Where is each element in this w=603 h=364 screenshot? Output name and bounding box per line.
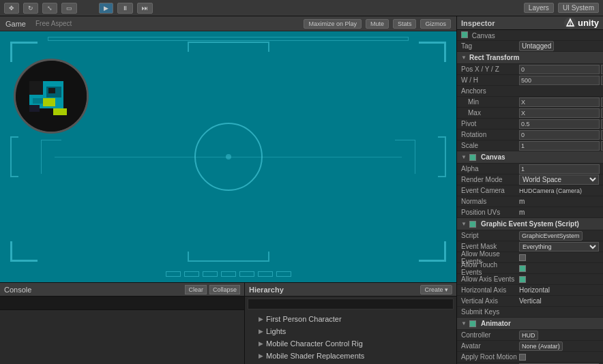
hierarchy-list: ▶ First Person Character ▶ Lights ▶ Mobi… xyxy=(245,312,456,364)
game-panel: Game Free Aspect Maximize on Play Mute S… xyxy=(0,16,456,364)
scale-inputs xyxy=(519,141,603,151)
collapse-btn[interactable]: Collapse xyxy=(209,285,240,294)
play-button[interactable]: ▶ xyxy=(99,3,113,14)
hud-rect-4 xyxy=(221,271,236,277)
anchor-min-row: Min xyxy=(457,97,603,108)
avatar-label: Avatar xyxy=(461,342,519,350)
stats-btn[interactable]: Stats xyxy=(393,19,417,29)
hud-corner-br xyxy=(419,241,446,262)
anchor-min-x[interactable] xyxy=(519,97,600,107)
hud-center-dot xyxy=(226,154,231,160)
position-uvs-row: Position UVs m xyxy=(457,207,603,218)
game-toolbar: Game Free Aspect Maximize on Play Mute S… xyxy=(0,16,456,31)
render-mode-row: Render Mode World Space xyxy=(457,175,603,185)
scale-tool-button[interactable]: ⤡ xyxy=(42,3,57,14)
script-label: Script xyxy=(461,232,519,239)
gizmos-btn[interactable]: Gizmos xyxy=(420,19,451,29)
console-search[interactable] xyxy=(0,297,244,309)
inspector-panel: Inspector unity 5 Canvas xyxy=(456,16,603,364)
render-mode-select[interactable]: World Space xyxy=(519,175,599,185)
hierarchy-create-btn[interactable]: Create ▾ xyxy=(420,285,452,294)
avatar-value[interactable]: None (Avatar) xyxy=(519,342,563,351)
list-item[interactable]: ▶ Lights xyxy=(245,325,456,337)
scale-x[interactable] xyxy=(519,141,600,151)
vertical-axis-row: Vertical Axis Vertical xyxy=(457,296,603,307)
maximize-on-play-btn[interactable]: Maximize on Play xyxy=(304,19,362,29)
anchor-max-x[interactable] xyxy=(519,108,600,118)
animator-checkbox[interactable] xyxy=(469,320,476,327)
allow-touch-row: Allow Touch Events xyxy=(457,263,603,274)
hierarchy-search[interactable] xyxy=(248,299,454,309)
rotation-row: Rotation xyxy=(457,130,603,140)
event-mask-select[interactable]: Everything xyxy=(519,242,599,252)
animator-arrow: ▼ xyxy=(461,320,467,327)
rect-transform-section[interactable]: ▼ Rect Transform xyxy=(457,52,603,64)
svg-rect-1 xyxy=(29,81,63,108)
hud-overlay xyxy=(0,31,456,282)
game-toolbar-right: Maximize on Play Mute Stats Gizmos xyxy=(304,19,451,29)
anchor-max-label: Max xyxy=(461,109,519,117)
script-row: Script GraphicEventSystem xyxy=(457,230,603,241)
hierarchy-item-label: First Person Character xyxy=(266,315,342,323)
event-camera-label: Event Camera xyxy=(461,187,519,194)
pause-button[interactable]: ⏸ xyxy=(117,3,133,14)
allow-touch-checkbox[interactable] xyxy=(519,265,526,272)
hud-rect-6 xyxy=(258,271,273,277)
tag-label: Tag xyxy=(461,42,519,50)
console-label: Console xyxy=(4,286,31,294)
pivot-inputs xyxy=(519,119,603,129)
graphic-event-section[interactable]: ▼ Graphic Event System (Script) xyxy=(457,218,603,230)
pos-label: Pos X / Y / Z xyxy=(461,65,519,73)
pivot-label: Pivot xyxy=(461,120,519,127)
wh-inputs xyxy=(519,76,603,85)
normals-label: Normals xyxy=(461,198,519,205)
free-aspect-label: Free Aspect xyxy=(35,20,72,27)
step-button[interactable]: ⏭ xyxy=(137,3,153,14)
pivot-x-input[interactable] xyxy=(519,119,600,129)
pos-row: Pos X / Y / Z xyxy=(457,64,603,75)
hud-center-circle xyxy=(194,123,263,191)
list-item[interactable]: ▶ First Person Character xyxy=(245,313,456,325)
canvas-section[interactable]: ▼ Canvas xyxy=(457,151,603,164)
hud-bracket-bottom xyxy=(188,252,269,262)
hierarchy-item-label: Mobile Character Control Rig xyxy=(266,339,363,348)
hierarchy-item-label: Mobile Shader Replacements xyxy=(266,352,364,360)
animator-section[interactable]: ▼ Animator xyxy=(457,318,603,330)
rotate-tool-button[interactable]: ↻ xyxy=(23,3,38,14)
list-item[interactable]: ▶ Mobile Character Control Rig xyxy=(245,337,456,350)
vertical-axis-value: Vertical xyxy=(519,297,599,305)
controller-value[interactable]: HUD xyxy=(519,331,538,340)
ges-checkbox[interactable] xyxy=(469,221,476,228)
apply-root-checkbox[interactable] xyxy=(519,354,526,361)
clear-btn[interactable]: Clear xyxy=(185,285,207,294)
ui-system-dropdown[interactable]: UI System xyxy=(558,3,599,13)
list-item[interactable]: ▶ Mobile Shader Replacements xyxy=(245,350,456,362)
hierarchy-title: Hierarchy xyxy=(249,286,284,294)
script-value[interactable]: GraphicEventSystem xyxy=(519,231,583,241)
allow-mouse-checkbox[interactable] xyxy=(519,254,526,261)
canvas-enabled-checkbox[interactable] xyxy=(461,31,468,38)
layers-dropdown[interactable]: Layers xyxy=(524,3,554,13)
hierarchy-item-label: Lights xyxy=(266,327,286,335)
tag-value[interactable]: Untagged xyxy=(519,41,554,51)
rect-tool-button[interactable]: ▭ xyxy=(61,3,77,14)
canvas-row: Canvas xyxy=(457,30,603,41)
avatar-row: Avatar None (Avatar) xyxy=(457,341,603,352)
rotation-x[interactable] xyxy=(519,130,600,140)
submit-keys-label: Submit Keys xyxy=(461,308,519,316)
pos-x-input[interactable] xyxy=(519,65,600,74)
pivot-row: Pivot xyxy=(457,119,603,130)
horizontal-axis-value: Horizontal xyxy=(519,286,599,294)
hud-rect-3 xyxy=(203,271,218,277)
allow-axis-checkbox[interactable] xyxy=(519,276,526,283)
allow-axis-label: Allow Axis Events xyxy=(461,275,519,283)
alpha-input[interactable] xyxy=(519,164,600,174)
canvas-section-checkbox[interactable] xyxy=(469,154,476,161)
wh-row: W / H xyxy=(457,75,603,86)
hierarchy-panel: Hierarchy Create ▾ ▶ First Person Charac… xyxy=(245,283,456,364)
canvas-checkbox: Canvas xyxy=(461,31,519,40)
svg-rect-9 xyxy=(29,105,40,112)
width-input[interactable] xyxy=(519,76,600,85)
mute-btn[interactable]: Mute xyxy=(366,19,389,29)
move-tool-button[interactable]: ✥ xyxy=(4,3,19,14)
